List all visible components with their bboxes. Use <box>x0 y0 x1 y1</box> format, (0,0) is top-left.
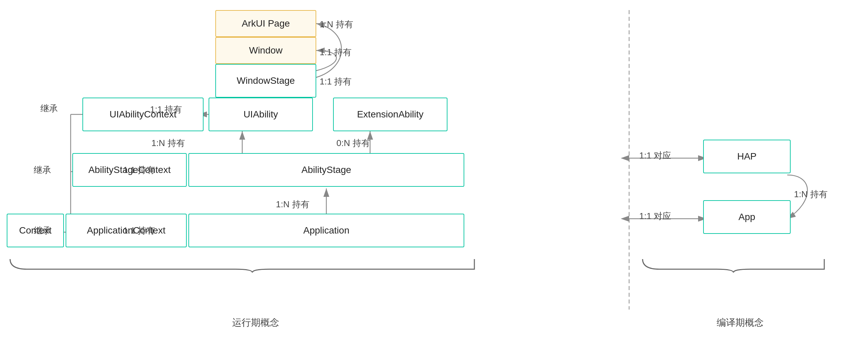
application-box: Application <box>188 214 464 247</box>
label-ability-1n: 1:N 持有 <box>151 137 185 149</box>
label-inherit-application: 继承 <box>34 225 51 237</box>
windowstage-box: WindowStage <box>215 64 316 97</box>
app-label: App <box>739 212 755 222</box>
arkui-page-box: ArkUI Page <box>215 10 316 37</box>
label-hap-app-hold: 1:N 持有 <box>794 188 828 200</box>
label-ext-0n: 0:N 持有 <box>336 137 370 149</box>
arkui-page-label: ArkUI Page <box>242 18 290 29</box>
diagram: ArkUI Page Window WindowStage UIAbility … <box>0 0 868 356</box>
uiability-label: UIAbility <box>244 109 278 120</box>
label-window-hold: 1:1 持有 <box>320 47 351 58</box>
runtime-brace <box>7 256 478 276</box>
abilitystage-box: AbilityStage <box>188 153 464 187</box>
label-uiabilityctx-hold: 1:1 持有 <box>150 103 182 115</box>
extensionability-box: ExtensionAbility <box>333 97 447 131</box>
label-app-correspond: 1:1 对应 <box>639 210 671 222</box>
app-box: App <box>703 200 790 234</box>
label-inherit-abilitystage: 继承 <box>34 164 51 176</box>
hap-box: HAP <box>703 140 790 173</box>
compile-brace <box>639 256 828 276</box>
runtime-label: 运行期概念 <box>155 316 356 329</box>
label-windowstage-hold: 1:1 持有 <box>320 76 351 88</box>
window-box: Window <box>215 37 316 64</box>
uiability-box: UIAbility <box>209 97 313 131</box>
application-label: Application <box>304 225 349 236</box>
label-app-1n: 1:N 持有 <box>276 199 310 210</box>
extensionability-label: ExtensionAbility <box>357 109 424 120</box>
windowstage-label: WindowStage <box>237 76 295 86</box>
window-label: Window <box>249 45 283 56</box>
compile-label: 编译期概念 <box>673 316 807 329</box>
label-appctx-hold: 1:1 持有 <box>123 225 155 237</box>
uiabilitycontext-box: UIAbilityContext <box>83 97 204 131</box>
hap-label: HAP <box>737 151 757 162</box>
label-arkui-hold: 1:N 持有 <box>320 19 353 30</box>
label-inherit-uiability: 继承 <box>40 102 58 114</box>
abilitystage-label: AbilityStage <box>302 165 351 175</box>
label-abilitystagectx-hold: 1:1 持有 <box>123 164 155 176</box>
label-hap-correspond: 1:1 对应 <box>639 150 671 161</box>
